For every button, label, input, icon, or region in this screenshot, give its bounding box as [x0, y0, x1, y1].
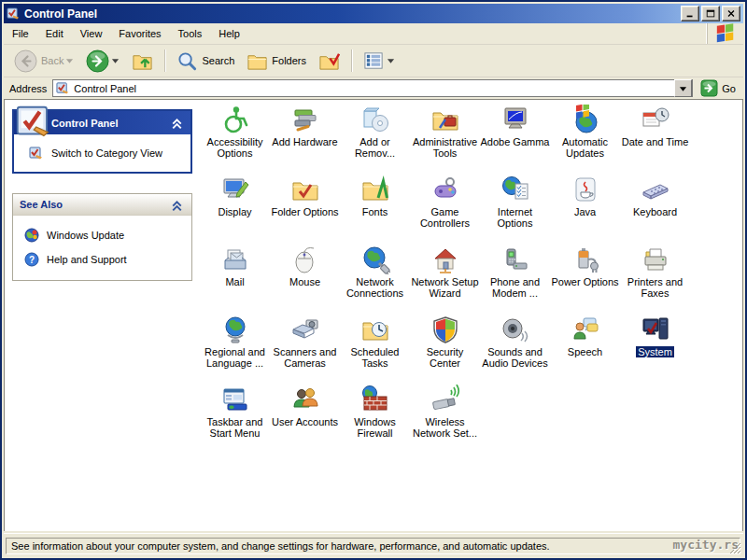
- toolbar: Back Search Folders: [4, 45, 743, 77]
- item-label: Regional and Language ...: [201, 346, 270, 369]
- control-panel-item-mail[interactable]: Mail: [200, 242, 270, 312]
- control-panel-item-folder-options[interactable]: Folder Options: [270, 172, 340, 242]
- mouse-icon: [290, 245, 320, 274]
- svg-text:?: ?: [29, 255, 35, 265]
- item-label: Security Center: [411, 346, 480, 369]
- link-label: Windows Update: [47, 230, 124, 241]
- search-button[interactable]: Search: [172, 48, 239, 75]
- control-panel-item-speech[interactable]: Speech: [550, 312, 620, 382]
- folder-check-button[interactable]: [314, 48, 345, 75]
- panel-header[interactable]: See Also: [13, 194, 191, 216]
- item-label: Game Controllers: [411, 206, 480, 229]
- menu-file[interactable]: File: [4, 23, 37, 44]
- link-label: Switch to Category View: [51, 147, 162, 159]
- menu-edit[interactable]: Edit: [37, 23, 72, 44]
- minimize-button[interactable]: [681, 6, 699, 21]
- up-folder-icon: [132, 50, 153, 72]
- go-label: Go: [722, 83, 736, 94]
- menu-tools[interactable]: Tools: [170, 23, 211, 44]
- control-panel-item-adobe-gamma[interactable]: Adobe Gamma: [480, 102, 550, 172]
- control-panel-item-scanners-and-cameras[interactable]: Scanners and Cameras: [270, 312, 340, 382]
- adobe-gamma-icon: [500, 105, 530, 134]
- control-panel-item-system[interactable]: System: [620, 312, 690, 382]
- forward-dropdown-icon: [111, 57, 120, 64]
- control-panel-item-mouse[interactable]: Mouse: [270, 242, 340, 312]
- control-panel-item-sounds-and-audio-devices[interactable]: Sounds and Audio Devices: [480, 312, 550, 382]
- watermark: mycity.rs: [673, 538, 739, 552]
- address-dropdown-button[interactable]: [674, 79, 692, 97]
- folder-options-icon: [290, 175, 320, 204]
- go-button[interactable]: [700, 79, 718, 97]
- wireless-network-setup-icon: [430, 385, 460, 414]
- control-panel-item-fonts[interactable]: Fonts: [340, 172, 410, 242]
- control-panel-item-regional-and-language[interactable]: Regional and Language ...: [200, 312, 270, 382]
- item-label: Scanners and Cameras: [271, 346, 340, 369]
- maximize-button[interactable]: [701, 6, 720, 21]
- item-label: Phone and Modem ...: [481, 276, 550, 299]
- user-accounts-icon: [290, 385, 320, 414]
- control-panel-item-security-center[interactable]: Security Center: [410, 312, 480, 382]
- address-value: Control Panel: [74, 83, 670, 94]
- menu-help[interactable]: Help: [210, 23, 248, 44]
- sidebar-link-windows-update[interactable]: Windows Update: [24, 228, 186, 243]
- close-button[interactable]: [722, 6, 740, 21]
- administrative-tools-icon: [430, 105, 460, 134]
- control-panel-item-wireless-network-set[interactable]: Wireless Network Set...: [410, 382, 480, 452]
- control-panel-item-printers-and-faxes[interactable]: Printers and Faxes: [620, 242, 690, 312]
- control-panel-item-power-options[interactable]: Power Options: [550, 242, 620, 312]
- accessibility-options-icon: [220, 105, 250, 134]
- item-label: Power Options: [551, 276, 618, 287]
- control-panel-item-keyboard[interactable]: Keyboard: [620, 172, 690, 242]
- item-label: System: [636, 346, 674, 357]
- address-label: Address: [9, 83, 47, 94]
- back-button[interactable]: Back: [9, 47, 78, 76]
- taskbar-and-start-menu-icon: [220, 385, 250, 414]
- windows-firewall-icon: [360, 385, 390, 414]
- control-panel-item-game-controllers[interactable]: Game Controllers: [410, 172, 480, 242]
- control-panel-item-windows-firewall[interactable]: Windows Firewall: [340, 382, 410, 452]
- keyboard-icon: [641, 175, 670, 204]
- forward-button[interactable]: [81, 47, 124, 76]
- item-label: Accessibility Options: [201, 136, 270, 159]
- control-panel-item-display[interactable]: Display: [200, 172, 270, 242]
- item-label: Network Setup Wizard: [411, 276, 480, 299]
- control-panel-item-network-setup-wizard[interactable]: Network Setup Wizard: [410, 242, 480, 312]
- views-button[interactable]: [359, 48, 400, 75]
- item-label: Windows Firewall: [341, 416, 410, 439]
- control-panel-item-network-connections[interactable]: Network Connections: [340, 242, 410, 312]
- collapse-chevron-icon[interactable]: [169, 197, 185, 213]
- folders-button[interactable]: Folders: [242, 48, 311, 75]
- control-panel-item-scheduled-tasks[interactable]: Scheduled Tasks: [340, 312, 410, 382]
- control-panel-item-accessibility-options[interactable]: Accessibility Options: [200, 102, 270, 172]
- panel-title: Control Panel: [51, 118, 169, 129]
- up-button[interactable]: [127, 48, 158, 75]
- mail-icon: [220, 245, 250, 274]
- address-field[interactable]: Control Panel: [52, 79, 693, 97]
- control-panel-item-phone-and-modem[interactable]: Phone and Modem ...: [480, 242, 550, 312]
- control-panel-item-internet-options[interactable]: Internet Options: [480, 172, 550, 242]
- speech-icon: [571, 315, 600, 344]
- control-panel-item-taskbar-and-start-menu[interactable]: Taskbar and Start Menu: [200, 382, 270, 452]
- control-panel-item-user-accounts[interactable]: User Accounts: [270, 382, 340, 452]
- menu-favorites[interactable]: Favorites: [110, 23, 169, 44]
- control-panel-item-add-or-remov[interactable]: Add or Remov...: [340, 102, 410, 172]
- sidebar-link-help-and-support[interactable]: ?Help and Support: [24, 252, 186, 267]
- java-icon: [571, 175, 600, 204]
- sounds-and-audio-icon: [500, 315, 530, 344]
- content-area: Control Panel Switch to Category View Se…: [4, 99, 743, 533]
- control-panel-item-add-hardware[interactable]: Add Hardware: [270, 102, 340, 172]
- collapse-chevron-icon[interactable]: [169, 115, 185, 131]
- folders-label: Folders: [272, 55, 306, 66]
- menu-view[interactable]: View: [72, 23, 111, 44]
- security-center-icon: [430, 315, 460, 344]
- control-panel-item-date-and-time[interactable]: Date and Time: [620, 102, 690, 172]
- sidebar-link-switch-to-category-view[interactable]: Switch to Category View: [29, 146, 185, 161]
- control-panel-item-java[interactable]: Java: [550, 172, 620, 242]
- item-label: Internet Options: [481, 206, 550, 229]
- item-label: Adobe Gamma: [481, 136, 550, 147]
- item-label: Network Connections: [341, 276, 410, 299]
- control-panel-item-automatic-updates[interactable]: Automatic Updates: [550, 102, 620, 172]
- control-panel-item-administrative-tools[interactable]: Administrative Tools: [410, 102, 480, 172]
- titlebar[interactable]: Control Panel: [4, 4, 743, 23]
- item-label: Java: [574, 206, 596, 217]
